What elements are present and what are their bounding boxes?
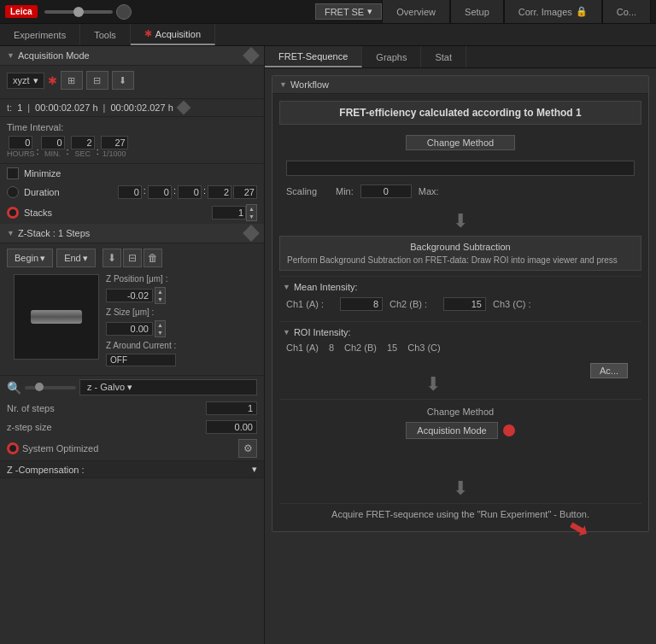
z-around-toggle[interactable]: OFF (106, 354, 176, 366)
tab-fret-sequence[interactable]: FRET-Sequence (265, 46, 362, 67)
msec-input[interactable] (101, 136, 128, 149)
min-input[interactable] (360, 184, 412, 198)
collapse-triangle: ▼ (7, 51, 15, 60)
download-icon-btn[interactable]: ⬇ (112, 71, 134, 90)
begin-dropdown-arrow: ▾ (40, 253, 45, 264)
z-preview-area: Z Position [μm] : ▲ ▼ Z Size [μm] : (7, 271, 257, 370)
z-size-input-row: ▲ ▼ (106, 320, 176, 337)
accept-button[interactable]: Ac... (590, 363, 628, 378)
dur-m[interactable] (148, 185, 172, 199)
z-stack-header[interactable]: ▼ Z-Stack : 1 Steps (0, 224, 264, 243)
top-circle-button[interactable] (116, 4, 132, 20)
z-size-spin[interactable]: ▲ ▼ (155, 320, 166, 337)
roi-ch2-label: Ch2 (B) (344, 342, 377, 353)
stacks-row: Stacks ▲ ▼ (0, 202, 264, 224)
star-red-icon: ✱ (48, 74, 57, 87)
stacks-spin-arrows[interactable]: ▲ ▼ (246, 204, 257, 221)
top-nav-co[interactable]: Co... (602, 0, 651, 23)
stacks-down-arrow: ▼ (247, 213, 256, 220)
dur-h[interactable] (118, 185, 142, 199)
time-pipe2: | (103, 102, 106, 113)
tab-experiments[interactable]: Experiments (0, 24, 80, 45)
workflow-header[interactable]: ▼ Workflow (272, 76, 648, 94)
z-comp-label: Z -Compensation : (7, 465, 84, 475)
grid-icon-btn[interactable]: ⊞ (61, 71, 83, 90)
dur-ms[interactable] (208, 185, 231, 199)
hours-input[interactable] (9, 136, 32, 149)
layout-icon-btn[interactable]: ⊟ (86, 71, 108, 90)
diamond-button[interactable] (243, 47, 260, 64)
time-interval-label: Time Interval: (7, 122, 257, 132)
duration-radio[interactable] (7, 186, 19, 198)
top-nav-overview[interactable]: Overview (382, 0, 450, 23)
end-button[interactable]: End ▾ (56, 249, 96, 267)
seconds-input[interactable] (71, 136, 95, 149)
stacks-radio[interactable] (7, 207, 19, 219)
change-method-title-2: Change Method (286, 407, 635, 417)
method-input-row (279, 159, 641, 178)
time-interval-section: Time Interval: HOURS : MIN. : SEC : (0, 117, 264, 164)
sec-label: SEC (74, 149, 91, 158)
fret-se-button[interactable]: FRET SE ▾ (315, 3, 382, 20)
z-download-icon[interactable]: ⬇ (102, 249, 121, 267)
workflow-section: ▼ Workflow FRET-efficiency calculated ac… (272, 75, 649, 532)
magnify-icon: 🔍 (7, 381, 21, 395)
z-size-input[interactable] (106, 322, 153, 336)
lock-icon: 🔒 (576, 6, 588, 17)
ch2b-label: Ch2 (B) : (390, 299, 436, 309)
roi-ch-row: Ch1 (A) 8 Ch2 (B) 15 Ch3 (C) (279, 339, 641, 356)
magnify-slider[interactable] (25, 386, 76, 389)
z-controls-right: Z Position [μm] : ▲ ▼ Z Size [μm] : (106, 274, 176, 366)
tab-graphs[interactable]: Graphs (362, 46, 421, 67)
minutes-input[interactable] (41, 136, 65, 149)
top-nav-setup[interactable]: Setup (450, 0, 504, 23)
change-method-button[interactable]: Change Method (406, 135, 515, 150)
seconds-field: SEC (71, 136, 95, 158)
stacks-label: Stacks (24, 208, 52, 218)
acquisition-mode-header[interactable]: ▼ Acquisition Mode (0, 46, 264, 66)
z-stack-diamond[interactable] (243, 225, 260, 242)
z-thumbnail (14, 274, 99, 360)
method-input[interactable] (286, 161, 635, 176)
acquisition-mode-content: xyzt ▾ ✱ ⊞ ⊟ ⬇ (0, 66, 264, 99)
system-optimized-radio[interactable] (7, 442, 19, 454)
z-around-label: Z Around Current : (106, 341, 176, 350)
right-tabs: FRET-Sequence Graphs Stat (265, 46, 656, 68)
time-diamond-btn[interactable] (176, 101, 190, 115)
ch1a-row: Ch1 (A) : Ch2 (B) : Ch3 (C) : (279, 294, 641, 314)
z-galvo-dropdown[interactable]: z - Galvo ▾ (79, 379, 257, 395)
acq-mode-btn-row: Acquistion Mode (286, 422, 635, 439)
system-optimized-label: System Optimized (22, 443, 235, 454)
time-row: t: 1 | 00:00:02.027 h | 00:00:02.027 h (0, 99, 264, 117)
scaling-row: Scaling Min: Max: (279, 181, 641, 202)
dur-ms2[interactable] (233, 185, 257, 199)
ch1a-input[interactable] (340, 297, 383, 311)
z-adjust-icon[interactable]: ⊟ (123, 249, 142, 267)
tab-tools[interactable]: Tools (80, 24, 131, 45)
change-method-section-2: Change Method Acquistion Mode (279, 399, 641, 446)
tab-stat[interactable]: Stat (421, 46, 466, 67)
gear-button[interactable]: ⚙ (238, 439, 257, 458)
top-nav-corr-images[interactable]: Corr. Images 🔒 (504, 0, 602, 23)
z-delete-icon[interactable]: 🗑 (144, 249, 162, 267)
z-stack-title: ▼ Z-Stack : 1 Steps (7, 228, 90, 238)
roi-ch2-value: 15 (387, 342, 397, 353)
z-position-spin[interactable]: ▲ ▼ (155, 287, 166, 304)
top-slider-track[interactable] (44, 10, 113, 14)
dur-s[interactable] (178, 185, 202, 199)
tab-acquisition[interactable]: ✱ Acquisition (131, 24, 215, 45)
begin-button[interactable]: Begin ▾ (7, 249, 53, 267)
z-position-input[interactable] (106, 289, 153, 302)
roi-intensity-header[interactable]: ▼ ROI Intensity: (279, 325, 641, 339)
z-step-size-input[interactable] (206, 420, 257, 434)
nr-steps-input[interactable] (206, 401, 257, 415)
ch2b-input[interactable] (443, 297, 486, 311)
xyzt-dropdown[interactable]: xyzt ▾ (7, 73, 44, 89)
minimize-checkbox[interactable] (7, 167, 19, 179)
stacks-input[interactable] (212, 206, 246, 220)
min-label: MIN. (44, 149, 61, 158)
z-stack-icons: ⬇ ⊟ 🗑 (102, 249, 162, 267)
top-slider-thumb[interactable] (73, 7, 84, 17)
mean-intensity-header[interactable]: ▼ Mean Intensity: (279, 280, 641, 294)
mean-triangle: ▼ (283, 283, 290, 291)
